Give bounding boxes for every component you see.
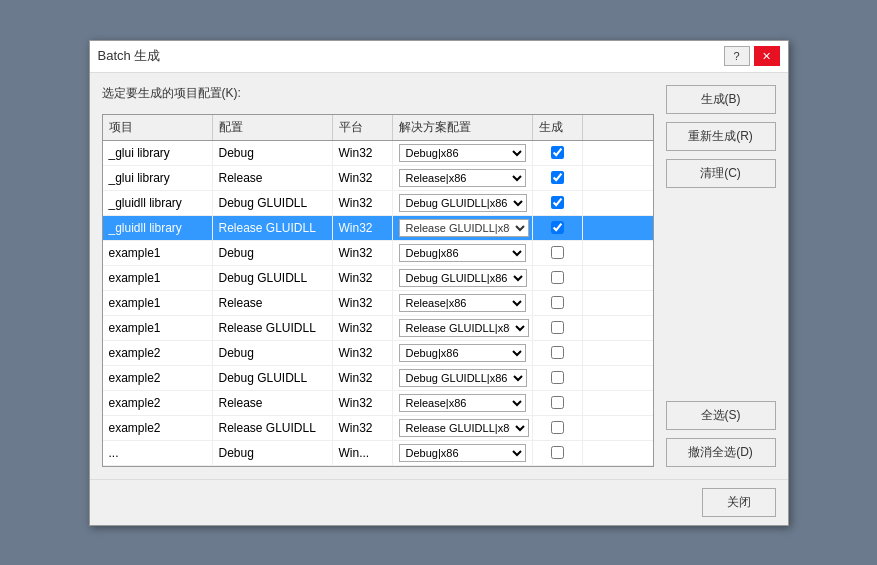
solution-select[interactable]: Debug|x86 <box>399 444 526 462</box>
cell-checkbox[interactable] <box>533 416 583 440</box>
cell-project: _glui library <box>103 141 213 165</box>
cell-checkbox[interactable] <box>533 341 583 365</box>
cell-platform: Win32 <box>333 341 393 365</box>
solution-select[interactable]: Debug|x86 <box>399 144 526 162</box>
cell-checkbox[interactable] <box>533 316 583 340</box>
cell-config: Release GLUIDLL <box>213 316 333 340</box>
cell-solution[interactable]: Debug|x86 <box>393 141 533 165</box>
help-button[interactable]: ? <box>724 46 750 66</box>
cell-solution[interactable]: Debug|x86 <box>393 441 533 465</box>
col-project: 项目 <box>103 115 213 140</box>
cell-config: Release GLUIDLL <box>213 416 333 440</box>
cell-checkbox[interactable] <box>533 366 583 390</box>
cell-checkbox[interactable] <box>533 391 583 415</box>
cell-checkbox[interactable] <box>533 241 583 265</box>
table-row[interactable]: ...DebugWin...Debug|x86 <box>103 441 653 466</box>
select-all-button[interactable]: 全选(S) <box>666 401 776 430</box>
table-row[interactable]: _glui libraryDebugWin32Debug|x86 <box>103 141 653 166</box>
cell-checkbox[interactable] <box>533 291 583 315</box>
cell-checkbox[interactable] <box>533 191 583 215</box>
clean-button[interactable]: 清理(C) <box>666 159 776 188</box>
build-checkbox[interactable] <box>551 246 564 259</box>
solution-select[interactable]: Release|x86 <box>399 294 526 312</box>
cell-platform: Win32 <box>333 316 393 340</box>
cell-checkbox[interactable] <box>533 216 583 240</box>
build-checkbox[interactable] <box>551 221 564 234</box>
solution-select[interactable]: Debug|x86 <box>399 244 526 262</box>
table-label: 选定要生成的项目配置(K): <box>102 85 654 102</box>
cell-solution[interactable]: Debug GLUIDLL|x86 <box>393 266 533 290</box>
table-row[interactable]: example2DebugWin32Debug|x86 <box>103 341 653 366</box>
cell-checkbox[interactable] <box>533 266 583 290</box>
cell-solution[interactable]: Release|x86 <box>393 291 533 315</box>
table-row[interactable]: example2ReleaseWin32Release|x86 <box>103 391 653 416</box>
solution-select[interactable]: Release GLUIDLL|x86 <box>399 419 529 437</box>
table-row[interactable]: _gluidll libraryDebug GLUIDLLWin32Debug … <box>103 191 653 216</box>
title-close-button[interactable]: ✕ <box>754 46 780 66</box>
title-bar-buttons: ? ✕ <box>724 46 780 66</box>
cell-config: Debug <box>213 141 333 165</box>
cell-checkbox[interactable] <box>533 441 583 465</box>
cell-spacer <box>583 441 603 465</box>
cell-solution[interactable]: Release GLUIDLL|x86 <box>393 316 533 340</box>
cell-platform: Win32 <box>333 291 393 315</box>
cell-checkbox[interactable] <box>533 141 583 165</box>
solution-select[interactable]: Debug GLUIDLL|x86 <box>399 194 527 212</box>
cell-spacer <box>583 391 603 415</box>
dialog-title: Batch 生成 <box>98 47 161 65</box>
table-row[interactable]: example2Debug GLUIDLLWin32Debug GLUIDLL|… <box>103 366 653 391</box>
cell-project: example2 <box>103 416 213 440</box>
solution-select[interactable]: Debug GLUIDLL|x86 <box>399 369 527 387</box>
solution-select[interactable]: Release|x86 <box>399 394 526 412</box>
cell-checkbox[interactable] <box>533 166 583 190</box>
cell-solution[interactable]: Debug|x86 <box>393 241 533 265</box>
build-button[interactable]: 生成(B) <box>666 85 776 114</box>
table-body[interactable]: _glui libraryDebugWin32Debug|x86_glui li… <box>103 141 653 466</box>
table-row[interactable]: example1Debug GLUIDLLWin32Debug GLUIDLL|… <box>103 266 653 291</box>
solution-select[interactable]: Debug GLUIDLL|x86 <box>399 269 527 287</box>
cell-spacer <box>583 366 603 390</box>
cell-solution[interactable]: Debug GLUIDLL|x86 <box>393 366 533 390</box>
table-row[interactable]: example2Release GLUIDLLWin32Release GLUI… <box>103 416 653 441</box>
build-checkbox[interactable] <box>551 146 564 159</box>
deselect-all-button[interactable]: 撤消全选(D) <box>666 438 776 467</box>
solution-select[interactable]: Release|x86 <box>399 169 526 187</box>
table-row[interactable]: example1ReleaseWin32Release|x86 <box>103 291 653 316</box>
solution-select[interactable]: Debug|x86 <box>399 344 526 362</box>
table-row[interactable]: _gluidll libraryRelease GLUIDLLWin32Rele… <box>103 216 653 241</box>
cell-config: Debug GLUIDLL <box>213 191 333 215</box>
cell-config: Release GLUIDLL <box>213 216 333 240</box>
build-checkbox[interactable] <box>551 421 564 434</box>
col-platform: 平台 <box>333 115 393 140</box>
build-checkbox[interactable] <box>551 446 564 459</box>
cell-solution[interactable]: Debug GLUIDLL|x86 <box>393 191 533 215</box>
cell-project: example2 <box>103 366 213 390</box>
rebuild-button[interactable]: 重新生成(R) <box>666 122 776 151</box>
cell-solution[interactable]: Release|x86 <box>393 391 533 415</box>
cell-solution[interactable]: Release GLUIDLL|x86 <box>393 416 533 440</box>
build-checkbox[interactable] <box>551 296 564 309</box>
table-row[interactable]: _glui libraryReleaseWin32Release|x86 <box>103 166 653 191</box>
build-checkbox[interactable] <box>551 371 564 384</box>
cell-solution[interactable]: Debug|x86 <box>393 341 533 365</box>
build-checkbox[interactable] <box>551 171 564 184</box>
cell-solution[interactable]: Release GLUIDLL|x86 <box>393 216 533 240</box>
cell-platform: Win32 <box>333 216 393 240</box>
build-checkbox[interactable] <box>551 396 564 409</box>
build-checkbox[interactable] <box>551 346 564 359</box>
cell-solution[interactable]: Release|x86 <box>393 166 533 190</box>
col-config: 配置 <box>213 115 333 140</box>
cell-project: example1 <box>103 316 213 340</box>
solution-select[interactable]: Release GLUIDLL|x86 <box>399 219 529 237</box>
build-checkbox[interactable] <box>551 321 564 334</box>
cell-platform: Win32 <box>333 416 393 440</box>
build-checkbox[interactable] <box>551 271 564 284</box>
solution-select[interactable]: Release GLUIDLL|x86 <box>399 319 529 337</box>
close-button[interactable]: 关闭 <box>702 488 776 517</box>
build-checkbox[interactable] <box>551 196 564 209</box>
table-row[interactable]: example1DebugWin32Debug|x86 <box>103 241 653 266</box>
cell-spacer <box>583 241 603 265</box>
table-row[interactable]: example1Release GLUIDLLWin32Release GLUI… <box>103 316 653 341</box>
cell-spacer <box>583 291 603 315</box>
cell-spacer <box>583 141 603 165</box>
